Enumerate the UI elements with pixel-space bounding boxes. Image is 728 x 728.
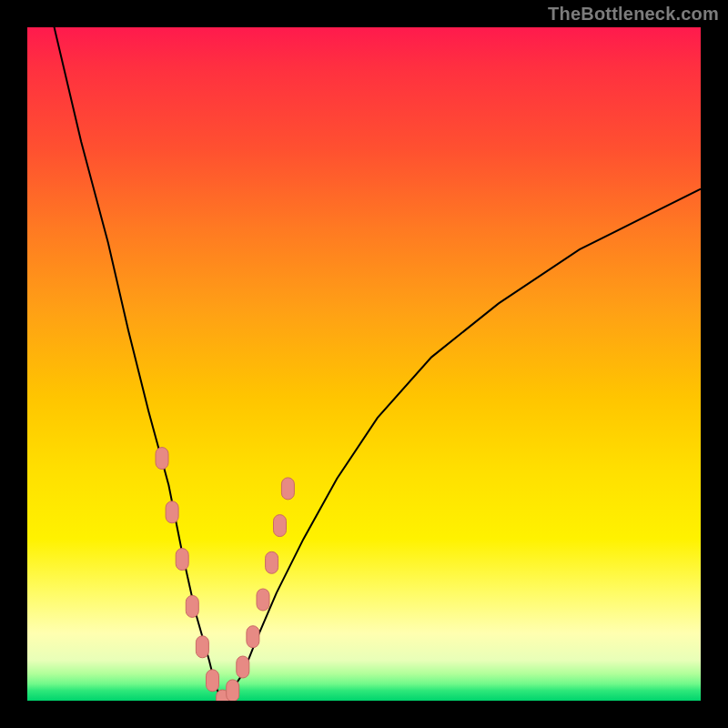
plot-area: [27, 27, 701, 701]
marker: [281, 478, 294, 500]
marker: [227, 680, 239, 701]
marker: [274, 515, 287, 537]
marker: [257, 589, 269, 611]
marker: [237, 656, 249, 678]
chart-svg: [27, 27, 701, 701]
watermark-text: TheBottleneck.com: [548, 4, 719, 25]
outer-frame: TheBottleneck.com: [0, 0, 728, 728]
marker: [166, 501, 178, 523]
marker: [156, 448, 168, 470]
marker: [196, 636, 208, 658]
marker: [186, 595, 198, 617]
marker: [247, 626, 259, 648]
marker: [176, 549, 188, 571]
marker: [266, 551, 278, 573]
curve-path: [27, 27, 701, 701]
marker: [207, 670, 219, 692]
marker-cluster: [156, 448, 294, 701]
bottleneck-curve: [27, 27, 701, 701]
